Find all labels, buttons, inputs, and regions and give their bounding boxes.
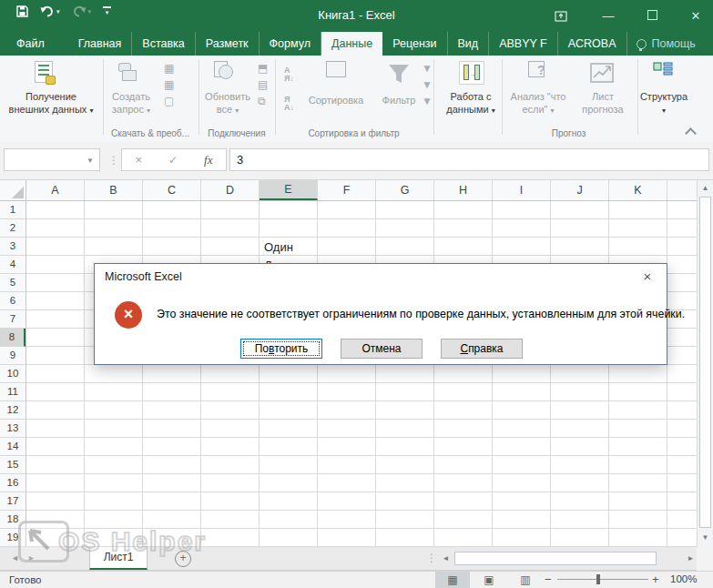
- undo-icon[interactable]: ▾: [40, 5, 60, 17]
- select-all-corner[interactable]: [0, 180, 26, 201]
- outline-icon: [652, 61, 674, 81]
- maximize-icon[interactable]: [642, 9, 662, 23]
- cancel-entry-icon[interactable]: ×: [135, 153, 142, 167]
- name-box-dropdown-icon[interactable]: ▼: [87, 157, 94, 165]
- formula-buttons: × ✓ fx: [121, 148, 227, 171]
- tabbar-separator: ⋮: [426, 552, 437, 564]
- ribbon-tab-вставка[interactable]: Вставка: [132, 32, 195, 56]
- row-header-7[interactable]: 7: [0, 310, 25, 329]
- row-header-17[interactable]: 17: [0, 492, 25, 511]
- ribbon-tab-file[interactable]: Файл: [0, 32, 61, 56]
- horizontal-scroll-thumb[interactable]: [454, 552, 657, 565]
- zoom-slider-thumb[interactable]: [596, 574, 600, 584]
- ribbon-display-options-icon[interactable]: [555, 11, 575, 22]
- row-header-6[interactable]: 6: [0, 292, 25, 310]
- ribbon-tab-главная[interactable]: Главная: [68, 32, 133, 56]
- insert-function-icon[interactable]: fx: [204, 153, 212, 167]
- lightbulb-icon: [637, 39, 647, 49]
- column-header-D[interactable]: D: [201, 180, 260, 200]
- row-header-11[interactable]: 11: [0, 383, 25, 401]
- row-headers: 12345678910111213141516171819: [0, 201, 26, 547]
- scroll-up-icon[interactable]: ▲: [698, 181, 712, 196]
- ribbon-tab-разметк[interactable]: Разметк: [196, 32, 260, 56]
- column-header-J[interactable]: J: [551, 180, 609, 200]
- row-header-12[interactable]: 12: [0, 401, 25, 420]
- scroll-down-icon[interactable]: ▼: [698, 531, 712, 545]
- group-label-connections: Подключения: [199, 128, 275, 138]
- sign-in-button[interactable]: Вход: [705, 32, 713, 56]
- row-header-15[interactable]: 15: [0, 456, 25, 474]
- ribbon-tab-abbyy-f[interactable]: ABBYY F: [489, 32, 558, 56]
- column-header-C[interactable]: C: [143, 180, 201, 200]
- ribbon-tab-вид[interactable]: Вид: [448, 32, 490, 56]
- row-header-3[interactable]: 3: [0, 238, 25, 256]
- ribbon-tab-формул[interactable]: Формул: [260, 32, 321, 56]
- save-icon[interactable]: [16, 5, 28, 17]
- row-header-4[interactable]: 4: [0, 256, 25, 274]
- help-button[interactable]: Справка: [441, 339, 523, 359]
- tell-me-box[interactable]: Помощь: [627, 32, 705, 56]
- window-title: Книга1 - Excel: [318, 8, 394, 22]
- row-header-1[interactable]: 1: [0, 201, 25, 219]
- quick-access-toolbar: ▾ ▾ ▾: [16, 5, 111, 17]
- status-ready: Готово: [9, 574, 42, 585]
- row-header-10[interactable]: 10: [0, 365, 25, 383]
- cell-E3[interactable]: Один: [264, 240, 293, 254]
- vertical-scroll-thumb[interactable]: [699, 197, 711, 528]
- column-header-G[interactable]: G: [376, 180, 434, 200]
- vertical-scrollbar[interactable]: ▲ ▼: [697, 180, 713, 547]
- minimize-icon[interactable]: —: [598, 9, 618, 23]
- ribbon-tab-данные[interactable]: Данные: [321, 32, 382, 56]
- column-header-A[interactable]: A: [26, 180, 85, 200]
- row-header-16[interactable]: 16: [0, 474, 25, 492]
- show-queries-icon: ▦: [164, 63, 174, 74]
- name-box[interactable]: ▼: [4, 148, 100, 171]
- column-headers: ABCDEFGHIJK: [26, 180, 697, 201]
- error-icon: ×: [115, 301, 142, 329]
- undo-dropdown-icon[interactable]: ▾: [56, 8, 60, 15]
- error-dialog: Microsoft Excel × × Это значение не соот…: [94, 263, 667, 365]
- page-break-view-icon[interactable]: ▥: [508, 572, 543, 588]
- row-header-5[interactable]: 5: [0, 274, 25, 292]
- zoom-level[interactable]: 100%: [670, 573, 697, 584]
- collapse-ribbon-icon[interactable]: [685, 127, 697, 139]
- column-header-K[interactable]: K: [609, 180, 667, 200]
- advanced-filter-icon: ▼: [422, 96, 433, 106]
- column-header-H[interactable]: H: [434, 180, 493, 200]
- transform-mini-icons: ▦ ▦ ▢: [164, 63, 174, 106]
- column-header-F[interactable]: F: [318, 180, 376, 200]
- zoom-slider[interactable]: [557, 579, 648, 580]
- column-header-I[interactable]: I: [493, 180, 551, 200]
- cancel-button[interactable]: Отмена: [341, 339, 423, 359]
- properties-icon: ▤: [258, 79, 268, 90]
- row-header-8[interactable]: 8: [0, 329, 25, 347]
- zoom-in-icon[interactable]: +: [652, 573, 659, 586]
- column-header-E[interactable]: E: [260, 180, 318, 200]
- tell-me-label: Помощь: [652, 37, 696, 50]
- reapply-filter-icon: ▼: [422, 79, 433, 90]
- formula-input[interactable]: 3: [229, 148, 709, 171]
- retry-button[interactable]: Повторить: [240, 339, 322, 359]
- zoom-out-icon[interactable]: −: [545, 573, 552, 586]
- row-header-9[interactable]: 9: [0, 347, 25, 365]
- hscroll-left-icon[interactable]: ◄: [439, 552, 453, 566]
- connections-icon: ⬒: [258, 63, 268, 74]
- ribbon-tab-acroba[interactable]: ACROBA: [558, 32, 627, 56]
- data-tools-icon: →: [459, 61, 484, 85]
- row-header-2[interactable]: 2: [0, 219, 25, 238]
- column-header-fill: [667, 180, 697, 200]
- dialog-close-icon[interactable]: ×: [636, 266, 659, 288]
- normal-view-icon[interactable]: ▦: [435, 572, 470, 588]
- column-header-B[interactable]: B: [85, 180, 143, 200]
- ribbon-tab-рецензи[interactable]: Рецензи: [382, 32, 447, 56]
- close-window-icon[interactable]: ✕: [686, 9, 706, 23]
- row-header-14[interactable]: 14: [0, 438, 25, 456]
- sheet-grid[interactable]: Один Два: [26, 201, 697, 547]
- hscroll-right-icon[interactable]: ►: [684, 552, 698, 566]
- customize-qat-icon[interactable]: ▾: [103, 6, 111, 16]
- enter-entry-icon[interactable]: ✓: [168, 154, 178, 167]
- page-layout-view-icon[interactable]: ▣: [472, 572, 506, 588]
- row-header-13[interactable]: 13: [0, 420, 25, 438]
- dialog-message: Это значение не соответствует ограничени…: [157, 308, 685, 320]
- forecast-sheet-icon: [590, 63, 614, 83]
